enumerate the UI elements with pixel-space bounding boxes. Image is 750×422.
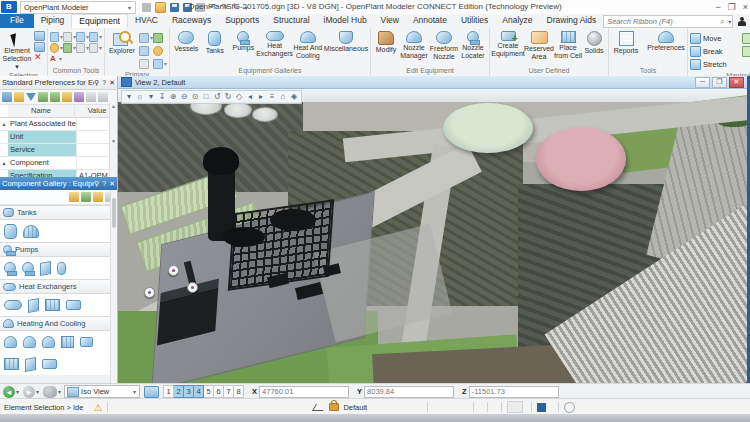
copy-view-icon[interactable]: ≡ <box>267 92 277 102</box>
air-cooler-item[interactable] <box>45 299 60 311</box>
gallery-refresh-icon[interactable] <box>81 192 91 202</box>
stack-item[interactable] <box>42 359 57 369</box>
fired-heater-item[interactable] <box>23 336 36 348</box>
tanks-gallery-button[interactable]: Tanks <box>201 29 230 55</box>
gallery-panel-title-bar[interactable]: Component Gallery : Equipme ▾ ⚲ ? ✕ <box>0 177 117 190</box>
heat-exchangers-gallery-button[interactable]: Heat Exchangers <box>258 29 292 58</box>
view-close-button[interactable]: ✕ <box>729 77 744 88</box>
hatch-icon[interactable]: ▾ <box>76 42 89 53</box>
table-row[interactable]: Unit <box>0 131 117 144</box>
chiller-item[interactable] <box>80 337 93 347</box>
place-block-icon[interactable]: ▾ <box>89 42 102 53</box>
inline-pump-item[interactable] <box>22 262 34 274</box>
pin-panel-icon[interactable]: ⚲ <box>94 79 99 87</box>
placement-marker[interactable] <box>144 287 155 298</box>
lock-icon[interactable] <box>329 403 339 411</box>
filter-icon[interactable] <box>26 93 36 101</box>
minimize-button[interactable]: − <box>715 2 720 12</box>
heat-and-cooling-gallery-button[interactable]: Heat And Cooling <box>292 29 324 60</box>
vessels-gallery-button[interactable]: Vessels <box>172 29 201 53</box>
view-toggle-7[interactable]: 7 <box>224 385 234 398</box>
zoom-in-icon[interactable]: ⊕ <box>168 92 178 102</box>
reserved-area-button[interactable]: Reserved Area <box>524 29 554 61</box>
box-exchanger-item[interactable] <box>66 300 81 310</box>
workflow-selector[interactable]: OpenPlant Modeler ▾ <box>20 1 136 14</box>
place-text-icon[interactable]: A▾ <box>50 53 63 64</box>
gallery-edit-icon[interactable] <box>69 192 79 202</box>
user-account-icon[interactable] <box>738 17 746 26</box>
view-next-icon[interactable]: ▸ <box>256 92 266 102</box>
shell-tube-exchanger-item[interactable] <box>4 300 22 310</box>
view-toggle-5[interactable]: 5 <box>204 385 214 398</box>
miscellaneous-gallery-button[interactable]: Miscellaneous <box>324 29 368 53</box>
vertical-pump-item[interactable] <box>40 261 51 276</box>
join-button[interactable]: Join <box>742 32 750 45</box>
clip-mask-icon[interactable]: ◈ <box>289 92 299 102</box>
tab-drawing-aids[interactable]: Drawing Aids <box>540 14 604 28</box>
view-title-bar[interactable]: View 2, Default ─ ❒ ✕ <box>118 76 747 89</box>
place-smartline-icon[interactable]: ▾ <box>63 31 76 42</box>
tab-equipment[interactable]: Equipment <box>71 14 128 28</box>
create-equipment-button[interactable]: Create Equipment <box>492 29 524 58</box>
panel-help-icon[interactable]: ? <box>102 180 106 188</box>
rotate-view-icon[interactable]: ↺ <box>212 92 222 102</box>
clear-selection-icon[interactable]: ✕ <box>34 53 43 61</box>
view-previous-icon[interactable]: ◂ <box>245 92 255 102</box>
gallery-scrollbar[interactable] <box>110 190 117 383</box>
tower-item[interactable] <box>25 357 36 372</box>
point-clouds-icon[interactable]: ▾ <box>153 57 167 70</box>
tab-view[interactable]: View <box>374 14 406 28</box>
view-maximize-button[interactable]: ❒ <box>712 77 727 88</box>
sump-pump-item[interactable] <box>57 262 66 275</box>
place-from-cell-button[interactable]: Place from Cell <box>554 29 582 60</box>
active-color-swatch[interactable] <box>537 403 546 412</box>
tab-utilities[interactable]: Utilities <box>454 14 495 28</box>
view-toggle-6[interactable]: 6 <box>214 385 224 398</box>
close-button[interactable]: × <box>743 2 748 12</box>
gallery-favorites-icon[interactable] <box>93 192 103 202</box>
prefs-tool-7-icon[interactable] <box>86 92 96 102</box>
warning-icon[interactable]: ⚠ <box>93 402 102 413</box>
view-minimize-button[interactable]: ─ <box>695 77 710 88</box>
sketch-mode-icon[interactable] <box>313 402 325 412</box>
view-toggle-2[interactable]: 2 <box>174 385 184 398</box>
open-folder-icon[interactable] <box>155 2 166 13</box>
prefs-tool-3-icon[interactable] <box>38 92 48 102</box>
cad-model-vessel[interactable] <box>223 227 265 247</box>
preferences-button[interactable]: Preferences <box>647 29 685 52</box>
3d-model-view[interactable]: ▾ ☼ ▾ ↧ ⊕ ⊖ ⊙ □ ↺ ↻ ◇ ◂ ▸ ≡ ⌂ ◈ <box>118 89 747 384</box>
model-link-icon[interactable]: ↧ <box>157 92 167 102</box>
save-icon[interactable] <box>170 3 179 12</box>
preferences-panel-title-bar[interactable]: Standard Preferences for Equip ▾ ⚲ ? ✕ <box>0 76 117 90</box>
collapse-arrow-icon[interactable]: ▴ <box>0 157 8 169</box>
search-icon[interactable]: ⌕ <box>720 16 727 27</box>
snap-mode-button[interactable] <box>507 401 523 413</box>
prefs-tool-5-icon[interactable] <box>62 92 72 102</box>
cad-model-vessel-top[interactable] <box>203 147 239 175</box>
panel-close-icon[interactable]: ✕ <box>109 180 115 188</box>
panel-close-icon[interactable]: ✕ <box>109 79 115 87</box>
prefs-tool-6-icon[interactable] <box>74 92 84 102</box>
preferences-scrollbar[interactable]: ▲▼ <box>109 103 117 177</box>
reports-button[interactable]: Reports <box>611 29 641 55</box>
tab-imodel-hub[interactable]: iModel Hub <box>317 14 374 28</box>
table-row[interactable]: ▴ Component <box>0 157 117 170</box>
nozzle-locater-button[interactable]: Nozzle Locater <box>459 29 487 60</box>
plate-exchanger-item[interactable] <box>28 298 39 313</box>
clip-volume-icon[interactable]: ⌂ <box>278 92 288 102</box>
table-row[interactable]: ▴ Plant Associated Items <box>0 118 117 131</box>
radiator-item[interactable] <box>4 358 19 370</box>
view-toggle-4[interactable]: 4 <box>194 385 204 398</box>
place-line-icon[interactable]: ▾ <box>50 31 63 42</box>
tab-annotate[interactable]: Annotate <box>406 14 454 28</box>
view-preset-combo[interactable]: Iso View ▾ <box>64 385 140 398</box>
place-circle-icon[interactable]: ▾ <box>50 42 63 53</box>
search-options-icon[interactable]: ▾ <box>728 18 731 25</box>
pin-panel-icon[interactable]: ⚲ <box>94 180 99 188</box>
collapse-arrow-icon[interactable]: ▴ <box>0 118 8 130</box>
z-coordinate-input[interactable] <box>469 386 559 398</box>
placement-marker[interactable] <box>187 282 198 293</box>
heater-item[interactable] <box>4 336 17 348</box>
gallery-section-heating-cooling[interactable]: Heating And Cooling ˄ <box>0 316 117 331</box>
fit-view-icon[interactable]: □ <box>201 92 211 102</box>
